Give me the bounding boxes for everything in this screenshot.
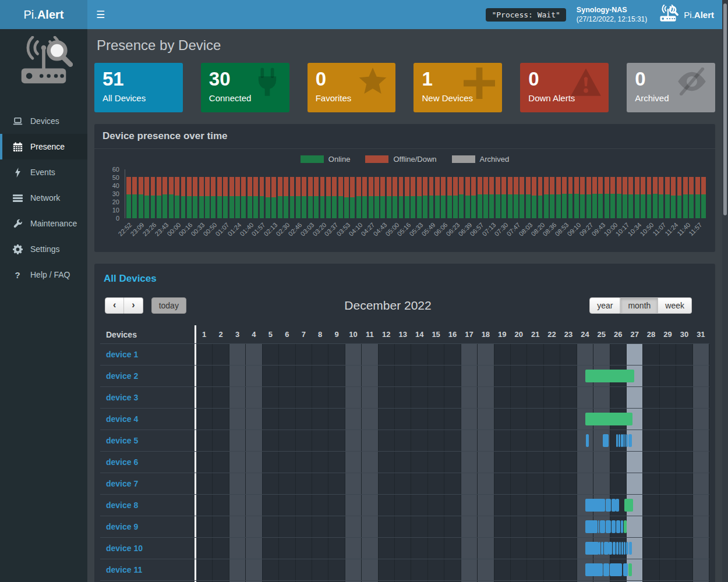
sidebar-item-presence[interactable]: Presence	[0, 134, 87, 159]
day-cell-25	[593, 387, 610, 408]
day-cell-4	[246, 538, 262, 559]
device-row: device 6	[100, 451, 709, 473]
x-tick-label: 07:47	[505, 221, 521, 237]
sidebar-item-help-faq[interactable]: ?Help / FAQ	[0, 262, 87, 288]
device-link[interactable]: device 11	[106, 565, 142, 574]
day-cell-10	[345, 516, 362, 537]
device-link[interactable]: device 9	[106, 522, 138, 531]
day-cell-9	[328, 344, 345, 365]
day-cell-13	[395, 430, 411, 451]
day-cell-20	[511, 516, 527, 537]
device-link[interactable]: device 8	[106, 501, 138, 510]
card-new-devices[interactable]: 1New Devices	[414, 63, 502, 112]
sidebar-toggle-icon[interactable]: ☰	[87, 0, 114, 29]
device-link[interactable]: device 5	[106, 436, 138, 445]
chart-bar	[435, 177, 440, 218]
card-all-devices[interactable]: 51All Devices	[94, 63, 183, 112]
day-cell-5	[263, 344, 279, 365]
legend-item-online[interactable]: Online	[301, 155, 351, 164]
legend-item-archived[interactable]: Archived	[452, 155, 510, 164]
presence-bar-session	[626, 542, 628, 555]
chart-bar	[532, 177, 536, 218]
chart-bar	[496, 177, 500, 218]
day-cell-27	[627, 344, 643, 365]
device-link[interactable]: device 1	[106, 350, 138, 359]
day-cell-14	[411, 387, 427, 408]
device-row: device 2	[100, 365, 709, 386]
network-icon	[12, 193, 23, 203]
sidebar-item-network[interactable]: Network	[0, 185, 87, 211]
device-link[interactable]: device 10	[106, 544, 143, 553]
sidebar-item-settings[interactable]: Settings	[0, 236, 87, 262]
sidebar-item-label: Help / FAQ	[30, 270, 70, 279]
device-link[interactable]: device 3	[106, 393, 138, 402]
brand-logo[interactable]: Pi.Alert	[0, 0, 87, 29]
day-cell-3	[229, 430, 246, 451]
day-cell-10	[345, 344, 362, 365]
device-row: device 7	[100, 473, 709, 494]
day-cell-3	[229, 452, 246, 473]
prev-button[interactable]: ‹	[105, 297, 124, 314]
today-button[interactable]: today	[151, 297, 186, 314]
day-cell-7	[296, 344, 312, 365]
device-row: device 11	[100, 559, 709, 580]
day-cell-10	[345, 473, 362, 494]
card-archived[interactable]: 0Archived	[627, 63, 715, 112]
day-cell-2	[213, 365, 229, 386]
sidebar-item-label: Network	[30, 193, 60, 203]
x-tick-label: 23:26	[141, 221, 157, 237]
card-down-alerts[interactable]: 0Down Alerts	[520, 63, 609, 112]
day-cell-4	[246, 409, 262, 430]
device-link[interactable]: device 6	[106, 457, 138, 467]
device-row: device 5	[100, 430, 709, 451]
day-cell-18	[478, 559, 494, 580]
view-button-week[interactable]: week	[658, 297, 692, 314]
scrollbar-thumb[interactable]	[723, 3, 727, 215]
device-link[interactable]: device 2	[106, 371, 138, 381]
view-button-year[interactable]: year	[589, 297, 620, 314]
day-cell-31	[693, 365, 709, 386]
legend-swatch	[365, 155, 388, 163]
app-link[interactable]: Pi.Alert	[658, 5, 714, 24]
wrench-icon	[12, 219, 23, 229]
day-cell-12	[379, 473, 395, 494]
sidebar-item-maintenance[interactable]: Maintenance	[0, 211, 87, 236]
sidebar-item-devices[interactable]: Devices	[0, 108, 87, 134]
x-tick-label: 04:10	[348, 221, 364, 237]
card-connected[interactable]: 30Connected	[201, 63, 289, 112]
next-button[interactable]: ›	[124, 297, 143, 314]
presence-bar-online	[624, 499, 634, 512]
presence-bar-session	[629, 542, 632, 555]
x-tick-label: 10:34	[627, 221, 643, 237]
presence-bar-session	[616, 520, 620, 533]
device-link[interactable]: device 7	[106, 479, 138, 488]
day-cell-12	[379, 430, 395, 451]
day-header-4: 4	[246, 325, 262, 343]
legend-item-offline-down[interactable]: Offline/Down	[365, 155, 436, 164]
day-cell-17	[461, 559, 478, 580]
day-cell-23	[560, 516, 577, 537]
sidebar-item-events[interactable]: Events	[0, 159, 87, 185]
day-cell-29	[660, 365, 676, 386]
day-cell-12	[379, 495, 395, 516]
chart-bar	[501, 177, 506, 218]
x-tick-label: 02:46	[287, 221, 303, 237]
presence-bar-session	[621, 542, 623, 555]
chart-bar	[478, 177, 482, 218]
x-tick-label: 03:53	[335, 221, 352, 237]
chart-bar	[266, 177, 270, 218]
view-button-month[interactable]: month	[620, 297, 658, 314]
device-row: device 9	[100, 516, 709, 537]
day-cell-15	[428, 473, 444, 494]
chart-bar	[641, 177, 645, 218]
chart-bar	[453, 177, 458, 218]
all-devices-panel: All Devices ‹ › today December 2022 year…	[94, 264, 715, 582]
chart-bar	[302, 177, 306, 218]
card-favorites[interactable]: 0Favorites	[308, 63, 396, 112]
day-cell-22	[544, 559, 560, 580]
day-cell-5	[263, 365, 279, 386]
device-link[interactable]: device 4	[106, 414, 138, 424]
day-cell-30	[676, 516, 692, 537]
chart-bar	[574, 177, 579, 218]
day-cell-5	[263, 559, 279, 580]
